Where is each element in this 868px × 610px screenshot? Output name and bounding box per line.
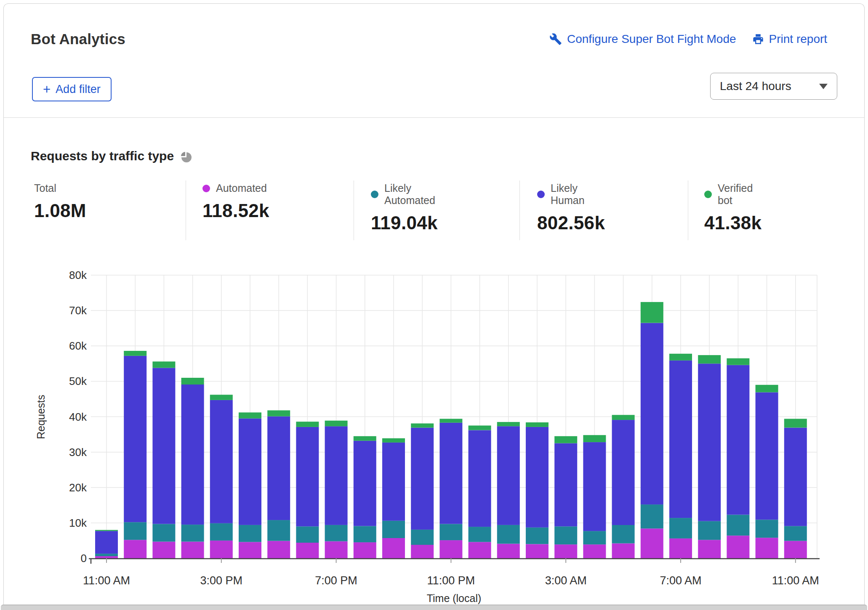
- bar-segment-likely-human: [325, 426, 348, 525]
- bar-segment-likely-human: [95, 531, 118, 554]
- bar-segment-verified-bot: [95, 530, 118, 531]
- bar-segment-likely-automated: [439, 524, 462, 540]
- bar-6-00-PM[interactable]: [296, 422, 319, 558]
- likely-human-legend-dot: [537, 191, 545, 198]
- bar-segment-verified-bot: [152, 361, 175, 368]
- bar-segment-likely-human: [181, 385, 204, 525]
- bar-12-00-AM[interactable]: [469, 426, 491, 559]
- bar-segment-automated: [239, 542, 261, 558]
- bar-5-00-PM[interactable]: [267, 410, 290, 558]
- bar-segment-verified-bot: [239, 412, 261, 418]
- bar-segment-likely-automated: [354, 526, 376, 542]
- bar-segment-automated: [210, 541, 233, 558]
- configure-super-bot-fight-mode-link[interactable]: Configure Super Bot Fight Mode: [549, 32, 736, 46]
- stat-divider: [354, 180, 354, 240]
- bar-8-00-PM[interactable]: [354, 436, 376, 558]
- bar-segment-likely-human: [469, 430, 491, 527]
- bar-10-00-PM[interactable]: [411, 424, 434, 559]
- x-tick-label: 11:00 AM: [83, 574, 130, 587]
- likely-automated-legend-dot: [371, 191, 378, 198]
- bar-1-00-PM[interactable]: [152, 361, 175, 558]
- bar-segment-verified-bot: [526, 422, 548, 427]
- time-range-select[interactable]: Last 24 hours: [710, 73, 837, 100]
- bar-segment-likely-human: [612, 420, 635, 525]
- print-report-link[interactable]: Print report: [752, 32, 828, 46]
- bar-segment-verified-bot: [669, 354, 692, 361]
- bar-2-00-AM[interactable]: [526, 422, 548, 558]
- bar-segment-automated: [756, 538, 778, 558]
- bar-segment-verified-bot: [210, 395, 233, 400]
- bar-segment-likely-automated: [152, 524, 175, 541]
- bar-segment-likely-human: [669, 361, 692, 518]
- bar-segment-likely-human: [641, 323, 663, 505]
- bar-segment-verified-bot: [641, 302, 663, 323]
- bar-11-00-AM[interactable]: [95, 530, 118, 558]
- bar-segment-automated: [354, 542, 376, 558]
- bar-segment-verified-bot: [784, 419, 807, 428]
- bar-segment-likely-human: [239, 419, 261, 525]
- bar-segment-likely-human: [439, 423, 462, 524]
- bar-7-00-PM[interactable]: [325, 421, 348, 558]
- stat-automated[interactable]: Automated 118.52k: [202, 182, 269, 221]
- bar-1-00-AM[interactable]: [497, 422, 520, 558]
- bar-segment-likely-human: [583, 442, 606, 531]
- stat-divider: [519, 180, 520, 240]
- bar-4-00-AM[interactable]: [583, 435, 606, 558]
- bar-segment-likely-automated: [727, 515, 749, 536]
- page-title: Bot Analytics: [31, 31, 125, 48]
- stat-value: 119.04k: [371, 212, 438, 233]
- bar-segment-likely-automated: [210, 523, 233, 541]
- bar-9-00-PM[interactable]: [382, 438, 405, 558]
- bar-12-00-PM[interactable]: [124, 351, 146, 558]
- bar-7-00-AM[interactable]: [669, 354, 692, 558]
- bar-segment-verified-bot: [382, 438, 405, 443]
- bar-segment-verified-bot: [411, 424, 434, 428]
- y-tick-label: 10k: [69, 517, 87, 529]
- bar-5-00-AM[interactable]: [612, 415, 635, 558]
- bar-segment-likely-human: [267, 416, 290, 520]
- configure-link-label: Configure Super Bot Fight Mode: [567, 32, 736, 46]
- bar-segment-likely-automated: [382, 521, 405, 538]
- add-filter-button[interactable]: + Add filter: [32, 77, 112, 101]
- bar-11-00-AM[interactable]: [784, 419, 807, 559]
- bar-segment-verified-bot: [469, 426, 491, 430]
- bar-9-00-AM[interactable]: [727, 358, 749, 558]
- automated-legend-dot: [202, 185, 210, 192]
- bot-analytics-card: Bot Analytics Configure Super Bot Fight …: [3, 3, 865, 605]
- bar-segment-verified-bot: [296, 422, 319, 427]
- bar-6-00-AM[interactable]: [641, 302, 663, 558]
- bar-segment-verified-bot: [439, 419, 462, 423]
- bar-segment-verified-bot: [354, 436, 376, 441]
- bar-3-00-AM[interactable]: [554, 436, 577, 558]
- stat-label: Total: [34, 182, 56, 194]
- stat-label: Likely Human: [551, 182, 605, 207]
- stat-total[interactable]: Total 1.08M: [34, 182, 86, 221]
- stat-likely-human[interactable]: Likely Human 802.56k: [537, 182, 605, 233]
- y-tick-label: 20k: [69, 481, 87, 494]
- bar-segment-verified-bot: [325, 421, 348, 427]
- bar-segment-likely-automated: [296, 526, 319, 543]
- bar-segment-likely-automated: [612, 525, 635, 544]
- bar-segment-automated: [727, 536, 749, 558]
- bar-segment-likely-automated: [698, 521, 721, 540]
- x-tick-label: 7:00 PM: [315, 574, 357, 587]
- bar-11-00-PM[interactable]: [439, 419, 462, 559]
- bar-10-00-AM[interactable]: [756, 385, 778, 558]
- bar-segment-automated: [124, 540, 146, 558]
- bar-segment-likely-automated: [325, 525, 348, 541]
- y-tick-label: 0: [81, 552, 87, 565]
- bar-2-00-PM[interactable]: [181, 378, 204, 558]
- bar-segment-likely-human: [296, 427, 319, 526]
- stat-verified-bot[interactable]: Verified bot 41.38k: [704, 182, 761, 233]
- bar-4-00-PM[interactable]: [239, 412, 261, 558]
- x-axis-title: Time (local): [427, 592, 482, 604]
- bar-segment-likely-human: [727, 365, 749, 515]
- bar-segment-likely-automated: [181, 525, 204, 541]
- bar-segment-verified-bot: [124, 351, 146, 356]
- bar-segment-automated: [784, 541, 807, 558]
- bar-3-00-PM[interactable]: [210, 395, 233, 558]
- wrench-icon: [549, 33, 562, 45]
- bar-8-00-AM[interactable]: [698, 355, 721, 558]
- stat-likely-automated[interactable]: Likely Automated 119.04k: [371, 182, 438, 233]
- bar-segment-automated: [641, 528, 663, 558]
